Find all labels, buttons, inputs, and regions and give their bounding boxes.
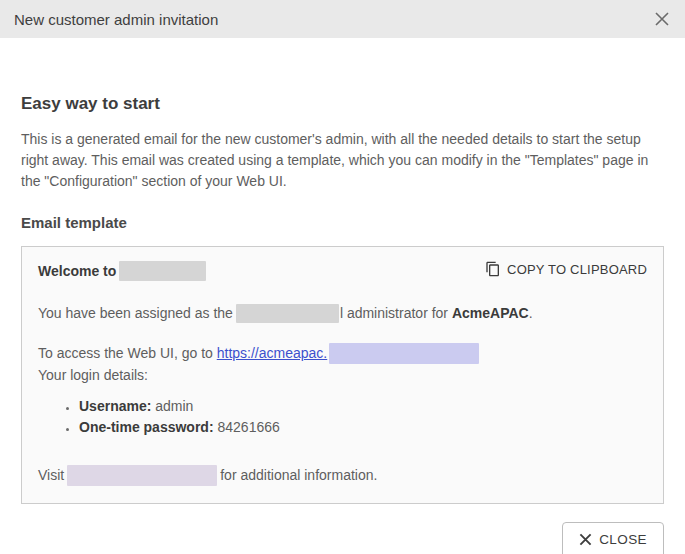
new-customer-admin-invitation-dialog: New customer admin invitation Easy way t… [0, 0, 685, 554]
copy-button-label: COPY TO CLIPBOARD [507, 262, 647, 277]
dialog-body: Easy way to start This is a generated em… [0, 38, 685, 554]
welcome-prefix: Welcome to [38, 263, 116, 279]
one-time-password-label: One-time password: [79, 419, 214, 435]
login-details-list: Username: admin One-time password: 84261… [62, 396, 647, 438]
visit-line: Visitfor additional information. [38, 465, 647, 487]
description-text: This is a generated email for the new cu… [21, 129, 664, 192]
username-item: Username: admin [79, 396, 647, 417]
assigned-suffix: l administrator for [340, 305, 448, 321]
dialog-title: New customer admin invitation [14, 11, 218, 28]
one-time-password-value: 84261666 [217, 419, 279, 435]
close-button-x-icon [579, 533, 592, 546]
close-icon[interactable] [653, 10, 671, 28]
webui-link-line: To access the Web UI, go to https://acme… [38, 343, 647, 365]
dialog-header: New customer admin invitation [0, 0, 685, 38]
one-time-password-item: One-time password: 84261666 [79, 417, 647, 438]
copy-to-clipboard-button[interactable]: COPY TO CLIPBOARD [485, 259, 647, 279]
redacted-visit-url [67, 465, 217, 486]
assigned-prefix: You have been assigned as the [38, 305, 233, 321]
redacted-role-text [236, 304, 339, 323]
redacted-url-text [329, 343, 479, 364]
company-name: AcmeAPAC [452, 305, 529, 321]
visit-prefix: Visit [38, 467, 64, 483]
close-x-glyph [655, 12, 669, 26]
copy-icon [485, 261, 501, 277]
email-template-label: Email template [21, 214, 664, 231]
welcome-line: Welcome to [38, 259, 209, 282]
close-button-label: CLOSE [599, 532, 647, 547]
email-top-row: Welcome to COPY TO CLIPBOARD [38, 259, 647, 282]
redacted-customer-name [119, 261, 206, 281]
close-button[interactable]: CLOSE [562, 522, 664, 554]
username-label: Username: [79, 398, 151, 414]
login-details-label: Your login details: [38, 365, 647, 386]
dialog-footer: CLOSE [21, 522, 664, 554]
assigned-period: . [529, 305, 533, 321]
assigned-line: You have been assigned as thel administr… [38, 303, 647, 324]
link-prefix: To access the Web UI, go to [38, 345, 213, 361]
username-value: admin [155, 398, 193, 414]
email-template-box: Welcome to COPY TO CLIPBOARD You have be… [21, 246, 664, 504]
section-heading: Easy way to start [21, 94, 664, 114]
webui-link[interactable]: https://acmeapac. [217, 345, 328, 361]
visit-suffix: for additional information. [220, 467, 377, 483]
